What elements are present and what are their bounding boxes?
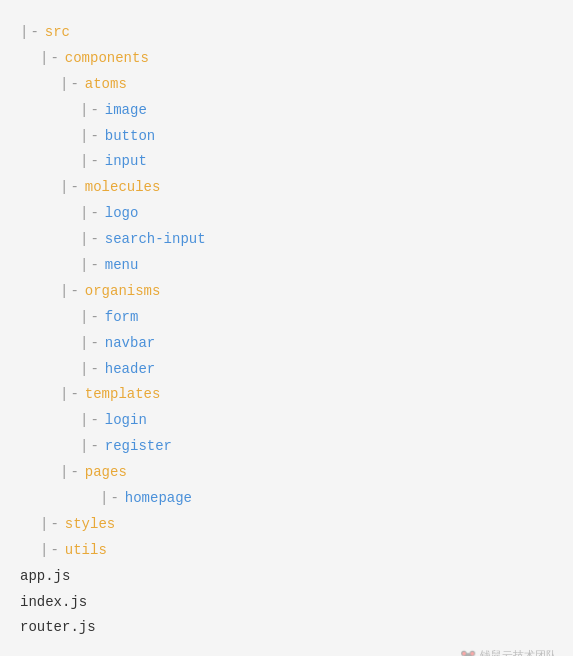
tree-label: homepage — [125, 486, 192, 512]
tree-label: login — [105, 408, 147, 434]
tree-item: router.js — [20, 615, 553, 641]
tree-label: components — [65, 46, 149, 72]
tree-dash: - — [70, 175, 78, 201]
tree-item: | - logo — [20, 201, 553, 227]
tree-item: | - styles — [20, 512, 553, 538]
tree-dash: - — [50, 512, 58, 538]
tree-pipe: | — [40, 538, 48, 564]
watermark-text: 钱鼠云技术团队 — [480, 648, 557, 656]
tree-item: | - menu — [20, 253, 553, 279]
tree-label: atoms — [85, 72, 127, 98]
watermark: 🐭 钱鼠云技术团队 — [460, 648, 557, 656]
tree-dash: - — [90, 408, 98, 434]
tree-label: pages — [85, 460, 127, 486]
tree-dash: - — [90, 149, 98, 175]
tree-item: | - atoms — [20, 72, 553, 98]
tree-pipe: | — [80, 149, 88, 175]
tree-dash: - — [70, 382, 78, 408]
tree-label: input — [105, 149, 147, 175]
tree-item: index.js — [20, 590, 553, 616]
tree-dash: - — [90, 98, 98, 124]
tree-pipe: | — [80, 408, 88, 434]
tree-pipe: | — [40, 46, 48, 72]
tree-dash: - — [50, 46, 58, 72]
tree-label: src — [45, 20, 70, 46]
tree-item: | - src — [20, 20, 553, 46]
tree-item: | - header — [20, 357, 553, 383]
tree-dash: - — [90, 357, 98, 383]
tree-item: | - homepage — [20, 486, 553, 512]
tree-pipe: | — [80, 124, 88, 150]
tree-label: styles — [65, 512, 115, 538]
tree-pipe: | — [80, 227, 88, 253]
tree-dash: - — [110, 486, 118, 512]
tree-pipe: | — [60, 382, 68, 408]
tree-pipe: | — [80, 98, 88, 124]
tree-dash: - — [90, 434, 98, 460]
tree-label: navbar — [105, 331, 155, 357]
tree-label: logo — [105, 201, 139, 227]
tree-label: router.js — [20, 615, 96, 641]
tree-dash: - — [70, 279, 78, 305]
tree-item: | - molecules — [20, 175, 553, 201]
tree-pipe: | — [80, 331, 88, 357]
tree-item: | - organisms — [20, 279, 553, 305]
tree-label: app.js — [20, 564, 70, 590]
tree-pipe: | — [60, 72, 68, 98]
tree-item: | - search-input — [20, 227, 553, 253]
tree-label: image — [105, 98, 147, 124]
tree-item: | - input — [20, 149, 553, 175]
tree-pipe: | — [40, 512, 48, 538]
tree-item: | - utils — [20, 538, 553, 564]
tree-pipe: | — [20, 20, 28, 46]
tree-item: | - button — [20, 124, 553, 150]
tree-pipe: | — [80, 357, 88, 383]
file-tree: | - src| - components| - atoms| - image|… — [20, 20, 553, 641]
tree-dash: - — [90, 227, 98, 253]
tree-pipe: | — [80, 434, 88, 460]
tree-dash: - — [90, 201, 98, 227]
tree-label: register — [105, 434, 172, 460]
tree-label: organisms — [85, 279, 161, 305]
tree-dash: - — [70, 72, 78, 98]
tree-label: search-input — [105, 227, 206, 253]
tree-label: header — [105, 357, 155, 383]
tree-dash: - — [30, 20, 38, 46]
tree-label: molecules — [85, 175, 161, 201]
tree-pipe: | — [100, 486, 108, 512]
tree-label: form — [105, 305, 139, 331]
tree-item: | - login — [20, 408, 553, 434]
tree-label: button — [105, 124, 155, 150]
tree-dash: - — [50, 538, 58, 564]
tree-dash: - — [70, 460, 78, 486]
tree-item: | - templates — [20, 382, 553, 408]
tree-item: | - pages — [20, 460, 553, 486]
tree-pipe: | — [80, 201, 88, 227]
tree-item: | - register — [20, 434, 553, 460]
watermark-icon: 🐭 — [460, 648, 476, 656]
tree-label: index.js — [20, 590, 87, 616]
tree-item: app.js — [20, 564, 553, 590]
tree-pipe: | — [80, 305, 88, 331]
tree-dash: - — [90, 124, 98, 150]
tree-item: | - navbar — [20, 331, 553, 357]
tree-pipe: | — [60, 279, 68, 305]
tree-item: | - image — [20, 98, 553, 124]
tree-dash: - — [90, 253, 98, 279]
tree-label: menu — [105, 253, 139, 279]
tree-label: templates — [85, 382, 161, 408]
tree-label: utils — [65, 538, 107, 564]
tree-pipe: | — [60, 460, 68, 486]
tree-pipe: | — [60, 175, 68, 201]
tree-dash: - — [90, 305, 98, 331]
tree-item: | - components — [20, 46, 553, 72]
tree-pipe: | — [80, 253, 88, 279]
tree-dash: - — [90, 331, 98, 357]
tree-item: | - form — [20, 305, 553, 331]
